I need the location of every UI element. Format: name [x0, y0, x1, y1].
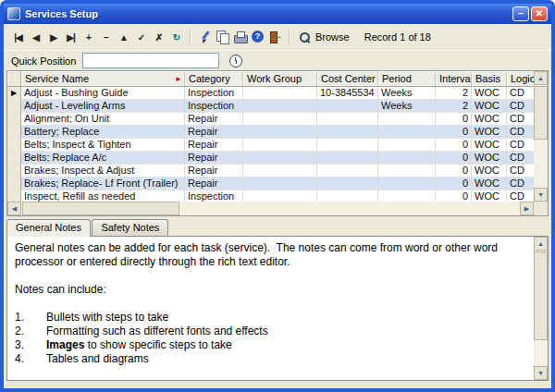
- scroll-right-button[interactable]: ▶: [520, 202, 534, 215]
- grid-cell[interactable]: Inspect, Refill as needed: [21, 190, 185, 202]
- scroll-thumb[interactable]: [534, 251, 548, 340]
- column-header-category[interactable]: Category: [185, 71, 243, 86]
- grid-cell[interactable]: Repair: [185, 178, 243, 190]
- table-row[interactable]: Inspect, Refill as neededInspection0WOCC…: [7, 190, 534, 202]
- grid-cell[interactable]: Belts; Inspect & Tighten: [21, 139, 185, 152]
- notes-editor[interactable]: General notes can be added for each task…: [6, 236, 549, 381]
- table-row[interactable]: Adjust - Leveling ArmsInspectionWeeks2WO…: [7, 100, 534, 113]
- grid-cell[interactable]: CD: [507, 126, 534, 139]
- grid-cell[interactable]: Repair: [185, 152, 243, 165]
- browse-button[interactable]: Browse: [299, 31, 350, 43]
- column-header-basis[interactable]: Basis: [472, 71, 507, 86]
- scroll-left-button[interactable]: ◀: [7, 202, 21, 215]
- grid-cell[interactable]: [317, 165, 378, 178]
- grid-cell[interactable]: WOC: [472, 100, 507, 113]
- first-record-button[interactable]: |◀: [9, 29, 27, 46]
- grid-cell[interactable]: Weeks: [378, 87, 436, 100]
- grid-cell[interactable]: 0: [436, 126, 472, 139]
- grid-cell[interactable]: [243, 87, 317, 100]
- column-header-interval[interactable]: Interval: [436, 71, 472, 86]
- column-header-service-name[interactable]: Service Name ►: [21, 71, 185, 86]
- grid-cell[interactable]: Adjust - Bushing Guide: [21, 87, 185, 100]
- grid-cell[interactable]: [317, 126, 378, 139]
- grid-cell[interactable]: [378, 113, 436, 126]
- grid-cell[interactable]: Repair: [185, 113, 243, 126]
- delete-record-button[interactable]: −: [97, 29, 115, 46]
- scroll-thumb[interactable]: [22, 202, 179, 215]
- grid-cell[interactable]: [243, 113, 317, 126]
- grid-cell[interactable]: [378, 190, 436, 202]
- grid-cell[interactable]: 10-3845534: [317, 87, 378, 100]
- grid-cell[interactable]: Inspection: [185, 87, 243, 100]
- last-record-button[interactable]: ▶|: [62, 29, 80, 46]
- help-button[interactable]: [249, 28, 266, 45]
- grid-cell[interactable]: [378, 165, 436, 178]
- grid-cell[interactable]: Adjust - Leveling Arms: [21, 100, 185, 113]
- grid-cell[interactable]: [378, 126, 436, 139]
- grid-cell[interactable]: 0: [436, 190, 472, 202]
- column-header-logic[interactable]: Logic: [507, 71, 535, 86]
- column-header-cost-center[interactable]: Cost Center: [317, 71, 378, 86]
- grid-cell[interactable]: WOC: [472, 190, 507, 202]
- grid-cell[interactable]: CD: [507, 113, 534, 126]
- notes-vertical-scrollbar[interactable]: ▲ ▼: [534, 237, 548, 380]
- grid-cell[interactable]: [317, 152, 378, 165]
- grid-cell[interactable]: CD: [507, 87, 534, 100]
- grid-cell[interactable]: [243, 100, 317, 113]
- next-record-button[interactable]: ▶: [44, 29, 62, 46]
- grid-cell[interactable]: [317, 113, 378, 126]
- table-row[interactable]: Brakes; Inspect & AdjustRepair0WOCCD: [7, 165, 534, 178]
- grid-cell[interactable]: [378, 139, 436, 152]
- grid-cell[interactable]: Alignment; On Unit: [21, 113, 185, 126]
- scroll-up-button[interactable]: ▲: [534, 237, 548, 251]
- grid-cell[interactable]: [378, 152, 436, 165]
- column-header-work-group[interactable]: Work Group: [243, 71, 317, 86]
- grid-cell[interactable]: WOC: [472, 139, 507, 152]
- grid-cell[interactable]: Battery; Replace: [21, 126, 185, 139]
- insert-record-button[interactable]: +: [80, 29, 97, 46]
- grid-cell[interactable]: CD: [507, 165, 534, 178]
- grid-cell[interactable]: [317, 178, 378, 190]
- table-row[interactable]: Brakes; Replace- Lf Front (Trailer)Repai…: [7, 178, 534, 190]
- grid-cell[interactable]: Inspection: [185, 190, 243, 202]
- grid-cell[interactable]: Inspection: [185, 100, 243, 113]
- grid-cell[interactable]: CD: [507, 100, 534, 113]
- grid-cell[interactable]: 0: [436, 165, 472, 178]
- cancel-edit-button[interactable]: ✗: [150, 29, 167, 46]
- grid-cell[interactable]: [243, 126, 317, 139]
- grid-cell[interactable]: [317, 190, 378, 202]
- table-row[interactable]: Belts; Inspect & TightenRepair0WOCCD: [7, 139, 534, 152]
- copy-button[interactable]: [214, 28, 231, 45]
- table-row[interactable]: Belts; Replace A/cRepair0WOCCD: [7, 152, 534, 165]
- scroll-down-button[interactable]: ▼: [534, 188, 548, 202]
- tab-general-notes[interactable]: General Notes: [6, 219, 91, 237]
- grid-cell[interactable]: Repair: [185, 139, 243, 152]
- grid-cell[interactable]: [243, 178, 317, 190]
- grid-cell[interactable]: WOC: [472, 113, 507, 126]
- grid-cell[interactable]: WOC: [472, 87, 507, 100]
- close-button[interactable]: ✕: [531, 6, 548, 21]
- scroll-up-button[interactable]: ▲: [534, 71, 548, 85]
- pen-button[interactable]: [196, 28, 214, 45]
- grid-cell[interactable]: [243, 139, 317, 152]
- grid-cell[interactable]: 2: [436, 87, 472, 100]
- grid-cell[interactable]: [243, 165, 317, 178]
- print-button[interactable]: [231, 28, 249, 45]
- grid-vertical-scrollbar[interactable]: ▲ ▼: [534, 71, 548, 202]
- grid-cell[interactable]: Belts; Replace A/c: [21, 152, 185, 165]
- clock-button[interactable]: [226, 53, 244, 69]
- grid-cell[interactable]: Weeks: [378, 100, 436, 113]
- prior-record-button[interactable]: ◀: [27, 29, 44, 46]
- grid-cell[interactable]: WOC: [472, 152, 507, 165]
- grid-horizontal-scrollbar[interactable]: ◀ ▶: [7, 202, 534, 215]
- table-row[interactable]: Alignment; On UnitRepair0WOCCD: [7, 113, 534, 126]
- grid-cell[interactable]: Repair: [185, 126, 243, 139]
- grid-cell[interactable]: 0: [436, 113, 472, 126]
- grid-cell[interactable]: [243, 190, 317, 202]
- grid-cell[interactable]: [378, 178, 436, 190]
- grid-cell[interactable]: 0: [436, 152, 472, 165]
- exit-button[interactable]: [266, 28, 284, 45]
- grid-cell[interactable]: Repair: [185, 165, 243, 178]
- grid-cell[interactable]: 2: [436, 100, 472, 113]
- grid-cell[interactable]: CD: [507, 152, 534, 165]
